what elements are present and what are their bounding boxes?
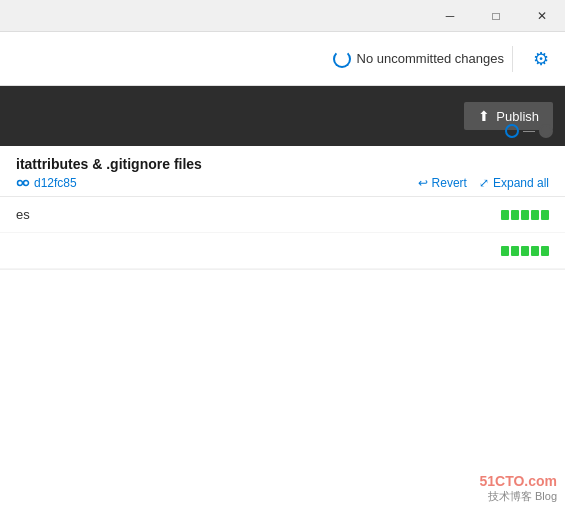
revert-label: Revert [432, 176, 467, 190]
gear-icon: ⚙ [533, 48, 549, 70]
change-bar [531, 246, 539, 256]
change-bar [511, 210, 519, 220]
minimize-button[interactable]: ─ [427, 0, 473, 32]
toolbar: No uncommitted changes ⚙ [0, 32, 565, 86]
commit-hash-text: d12fc85 [34, 176, 77, 190]
expand-icon: ⤢ [479, 176, 489, 190]
maximize-button[interactable]: □ [473, 0, 519, 32]
change-bar [521, 246, 529, 256]
commit-meta: d12fc85 ↩ Revert ⤢ Expand all [16, 176, 549, 190]
window-controls: ─ □ ✕ [427, 0, 565, 31]
svg-point-0 [18, 181, 23, 186]
change-bar [501, 210, 509, 220]
publish-label: Publish [496, 109, 539, 124]
watermark-line1: 51CTO.com [479, 473, 557, 489]
change-bar [521, 210, 529, 220]
branch-circle-left [505, 124, 519, 138]
change-bars-2 [501, 246, 549, 256]
change-bar [511, 246, 519, 256]
file-name-1: es [16, 207, 30, 222]
watermark: 51CTO.com 技术博客 Blog [479, 473, 557, 504]
branch-indicators: — [505, 124, 553, 138]
settings-button[interactable]: ⚙ [525, 43, 557, 75]
commit-title: itattributes & .gitignore files [16, 156, 549, 172]
file-row-1[interactable]: es [0, 197, 565, 233]
close-button[interactable]: ✕ [519, 0, 565, 32]
branch-dash: — [523, 124, 535, 138]
expand-label: Expand all [493, 176, 549, 190]
commit-actions: ↩ Revert ⤢ Expand all [418, 176, 549, 190]
file-list: es [0, 197, 565, 270]
title-bar: ─ □ ✕ [0, 0, 565, 32]
svg-point-1 [24, 181, 29, 186]
change-bar [501, 246, 509, 256]
change-bar [531, 210, 539, 220]
commit-hash[interactable]: d12fc85 [16, 176, 77, 190]
watermark-line2: 技术博客 Blog [479, 489, 557, 504]
revert-button[interactable]: ↩ Revert [418, 176, 467, 190]
sync-status-label: No uncommitted changes [357, 51, 504, 66]
sync-icon [333, 50, 351, 68]
change-bar [541, 210, 549, 220]
change-bar [541, 246, 549, 256]
dark-header: ⬆ Publish — [0, 86, 565, 146]
publish-icon: ⬆ [478, 108, 490, 124]
sync-status: No uncommitted changes [325, 46, 513, 72]
file-row-2[interactable] [0, 233, 565, 269]
expand-all-button[interactable]: ⤢ Expand all [479, 176, 549, 190]
commit-header: itattributes & .gitignore files d12fc85 … [0, 146, 565, 197]
revert-icon: ↩ [418, 176, 428, 190]
change-bars-1 [501, 210, 549, 220]
hash-icon [16, 176, 30, 190]
branch-circle-right [539, 124, 553, 138]
